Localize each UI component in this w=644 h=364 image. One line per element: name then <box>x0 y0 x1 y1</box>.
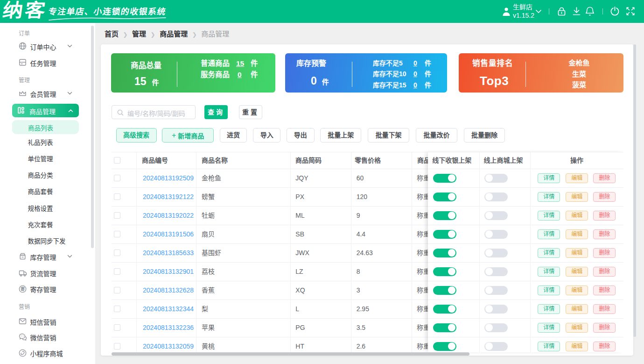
svg-text:寄: 寄 <box>21 286 25 291</box>
